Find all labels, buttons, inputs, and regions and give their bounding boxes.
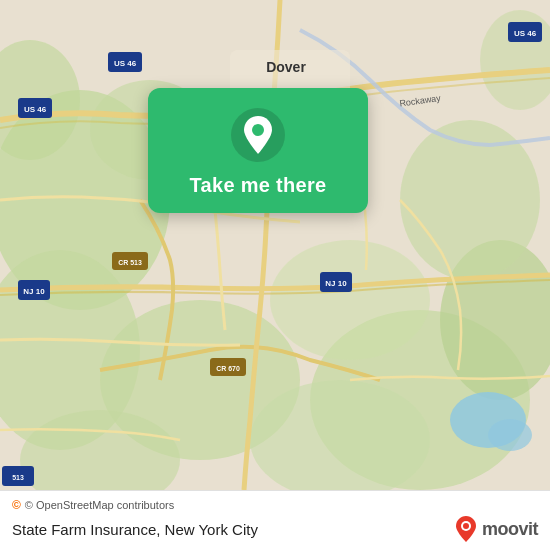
svg-point-7: [270, 240, 430, 360]
location-pin-icon: [231, 108, 285, 162]
take-me-there-label: Take me there: [190, 174, 327, 197]
bottom-bar: © © OpenStreetMap contributors State Far…: [0, 490, 550, 550]
map-container[interactable]: US 46 US 46 US 46 NJ 10 NJ 10 CR 513 CR …: [0, 0, 550, 490]
svg-point-37: [463, 523, 469, 529]
moovit-brand-text: moovit: [482, 519, 538, 540]
attribution-text: © OpenStreetMap contributors: [25, 499, 174, 511]
svg-text:US 46: US 46: [24, 105, 47, 114]
svg-text:NJ 10: NJ 10: [23, 287, 45, 296]
map-background: US 46 US 46 US 46 NJ 10 NJ 10 CR 513 CR …: [0, 0, 550, 490]
map-attribution: © © OpenStreetMap contributors: [12, 498, 538, 512]
app: US 46 US 46 US 46 NJ 10 NJ 10 CR 513 CR …: [0, 0, 550, 550]
svg-text:CR 670: CR 670: [216, 365, 240, 372]
svg-point-35: [252, 124, 264, 136]
svg-text:513: 513: [12, 474, 24, 481]
svg-text:NJ 10: NJ 10: [325, 279, 347, 288]
osm-logo: ©: [12, 498, 21, 512]
moovit-pin-icon: [454, 515, 478, 543]
take-me-there-button[interactable]: Take me there: [148, 88, 368, 213]
svg-point-14: [488, 419, 532, 451]
svg-text:CR 513: CR 513: [118, 259, 142, 266]
location-name: State Farm Insurance, New York City: [12, 521, 258, 538]
svg-text:US 46: US 46: [114, 59, 137, 68]
svg-text:Dover: Dover: [266, 59, 306, 75]
location-info: State Farm Insurance, New York City moov…: [12, 515, 538, 543]
svg-text:US 46: US 46: [514, 29, 537, 38]
moovit-logo: moovit: [454, 515, 538, 543]
